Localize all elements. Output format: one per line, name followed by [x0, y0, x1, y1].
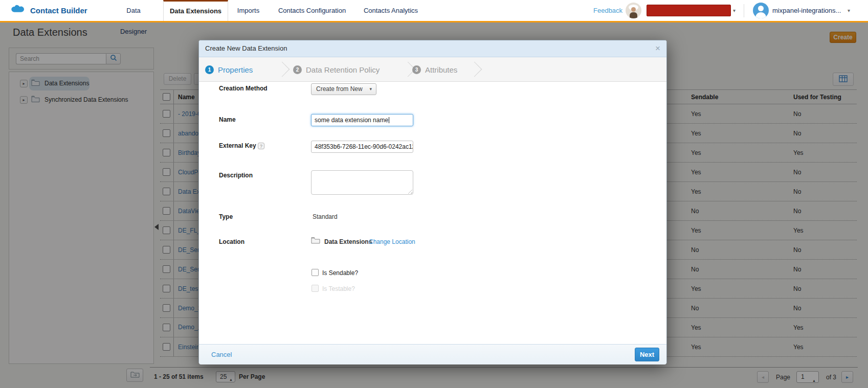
app-brand: Contact Builder: [10, 0, 87, 21]
feedback-link[interactable]: Feedback: [593, 0, 622, 21]
create-data-extension-modal: Create New Data Extension × 1 Properties…: [198, 40, 667, 364]
modal-title: Create New Data Extension: [205, 40, 287, 57]
location-value: Data Extensions: [324, 238, 372, 245]
screen: Contact Builder Data Designer Data Exten…: [0, 0, 868, 388]
einstein-face: [631, 7, 636, 12]
modal-header: Create New Data Extension ×: [199, 40, 666, 57]
is-testable-checkbox: [311, 285, 319, 292]
step-number: 2: [293, 65, 302, 74]
tab-data-designer[interactable]: Data Designer: [113, 0, 154, 21]
name-label: Name: [219, 116, 236, 123]
external-key-label: External Key: [219, 142, 256, 149]
user-avatar-head: [758, 6, 764, 11]
einstein-body: [630, 12, 637, 18]
step-label: Attributes: [425, 65, 457, 74]
tab-contacts-configuration[interactable]: Contacts Configuration: [276, 0, 348, 21]
is-sendable-checkbox[interactable]: [311, 269, 319, 276]
user-avatar[interactable]: [753, 3, 769, 18]
step-chevron-icon: [467, 62, 482, 77]
tab-data-extensions[interactable]: Data Extensions: [163, 0, 228, 22]
account-chevron-down-icon[interactable]: ▾: [848, 0, 850, 21]
name-field-value: some data extension name: [315, 117, 388, 124]
folder-icon: [311, 237, 320, 246]
account-redacted-box[interactable]: [647, 5, 731, 16]
tab-contacts-analytics[interactable]: Contacts Analytics: [363, 0, 419, 21]
step-label: Data Retention Policy: [306, 65, 380, 74]
type-label: Type: [219, 213, 233, 220]
external-key-field[interactable]: 48f353b6-7268-11ec-90d6-0242ac1200: [311, 141, 413, 153]
next-button[interactable]: Next: [635, 348, 659, 361]
location-label: Location: [219, 238, 244, 245]
step-chevron-icon: [275, 62, 290, 77]
step-number: 3: [412, 65, 421, 74]
modal-footer: Cancel Next: [199, 344, 666, 364]
einstein-avatar[interactable]: [626, 3, 641, 18]
close-icon[interactable]: ×: [655, 44, 660, 53]
user-avatar-shoulders: [755, 12, 766, 18]
header-divider: [744, 4, 744, 17]
creation-method-dropdown[interactable]: Create from New ▾: [311, 83, 376, 95]
name-field[interactable]: some data extension name: [311, 114, 413, 126]
change-location-link[interactable]: Change Location: [369, 238, 415, 245]
is-sendable-label: Is Sendable?: [322, 269, 358, 277]
creation-method-value: Create from New: [316, 85, 363, 93]
step-attributes[interactable]: 3 Attributes: [412, 57, 457, 82]
is-testable-label: Is Testable?: [322, 285, 355, 292]
step-number: 1: [205, 65, 214, 74]
creation-method-label: Creation Method: [219, 85, 268, 92]
app-header: Contact Builder Data Designer Data Exten…: [0, 0, 868, 21]
description-label: Description: [219, 172, 253, 179]
step-data-retention-policy[interactable]: 2 Data Retention Policy: [293, 57, 380, 82]
tab-imports[interactable]: Imports: [235, 0, 262, 21]
type-value: Standard: [313, 213, 338, 220]
step-label: Properties: [218, 65, 253, 74]
account-name: mixpanel-integrations...: [772, 0, 841, 21]
text-caret: [389, 117, 389, 123]
help-icon[interactable]: ?: [258, 143, 264, 149]
app-title: Contact Builder: [30, 6, 87, 15]
salesforce-cloud-icon: [10, 4, 26, 17]
description-textarea[interactable]: [311, 170, 413, 195]
step-properties[interactable]: 1 Properties: [205, 57, 253, 82]
chevron-down-icon: ▾: [369, 84, 372, 95]
cancel-link[interactable]: Cancel: [211, 351, 232, 358]
chevron-down-icon[interactable]: ▾: [733, 0, 736, 21]
wizard-steps: 1 Properties 2 Data Retention Policy 3 A…: [199, 57, 666, 82]
